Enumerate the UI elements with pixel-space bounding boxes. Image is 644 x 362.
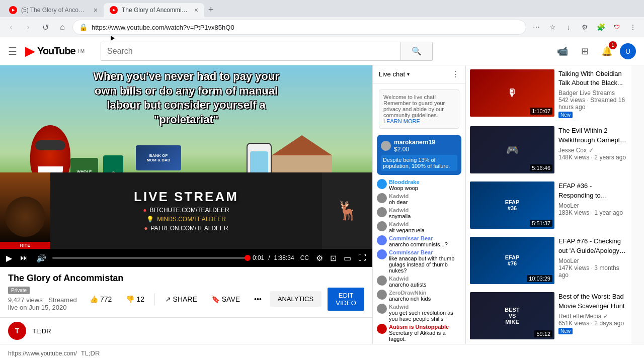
- msg-avatar-8: [377, 290, 387, 300]
- volume-button[interactable]: 🔊: [34, 251, 48, 265]
- new-tab-button[interactable]: +: [204, 3, 218, 17]
- superchat-amount: $2.00: [394, 146, 435, 153]
- apps-icon[interactable]: ⊞: [576, 42, 594, 60]
- like-count: 772: [100, 295, 112, 303]
- chat-welcome-notice: Welcome to live chat! Remember to guard …: [379, 89, 459, 129]
- learn-more-link[interactable]: LEARN MORE: [383, 118, 420, 124]
- chat-msg-content-4: Kadwid alt veganzuela: [389, 221, 425, 233]
- chat-msg-user-7: Kadwid: [389, 276, 427, 282]
- edit-video-button[interactable]: EDIT VIDEO: [328, 288, 364, 311]
- tldr-label: TL;DR: [81, 349, 100, 357]
- home-button[interactable]: ⌂: [55, 20, 69, 34]
- channel-name[interactable]: TL;DR: [32, 327, 51, 335]
- msg-avatar-5: [377, 235, 387, 245]
- superchat-message: marokanern19 $2.00 Despite being 13% of …: [377, 135, 461, 175]
- reload-button[interactable]: ↺: [38, 20, 52, 34]
- subtitles-button[interactable]: CC: [298, 252, 311, 263]
- bottom-url: https://www.youtube.com/: [8, 350, 77, 357]
- tab-active[interactable]: The Glory of Ancommistan ×: [104, 3, 204, 17]
- rec-item-5[interactable]: 59:12 BESTVSMIKE Best of the Worst: Bad …: [466, 288, 631, 343]
- search-input[interactable]: [101, 42, 400, 61]
- msg-avatar-6: [377, 249, 387, 259]
- video-camera-icon[interactable]: 📹: [553, 42, 572, 60]
- chat-msg-content-6: Commissar Bear like anacap but with thum…: [389, 249, 461, 274]
- minds-icon: 💡: [146, 216, 154, 223]
- chat-more-icon[interactable]: ⋮: [451, 69, 459, 79]
- time-duration: 1:38:34: [274, 254, 294, 261]
- rec-new-badge-5: New: [558, 328, 573, 334]
- analytics-button[interactable]: ANALYTICS: [270, 291, 321, 307]
- msg-avatar-3: [377, 207, 387, 217]
- chat-msg-text-7: anarcho autists: [389, 282, 427, 288]
- fullscreen-button[interactable]: ⛶: [356, 251, 368, 264]
- bookmark-button[interactable]: ☆: [545, 20, 559, 34]
- user-avatar[interactable]: U: [620, 43, 636, 59]
- superchat-info: marokanern19 $2.00: [394, 139, 435, 153]
- time-current: 0:01: [253, 254, 264, 261]
- video-actions: 👍 772 👎 12 ↗ SHARE 🔖: [84, 288, 364, 311]
- adblock-icon[interactable]: 🛡: [610, 20, 624, 34]
- theater-mode-button[interactable]: ▭: [342, 251, 353, 265]
- tab-close-1[interactable]: ×: [94, 6, 98, 14]
- rec-thumb-4: 10:03:29 EFAP#76: [470, 237, 554, 284]
- extensions-button[interactable]: ⋯: [529, 20, 543, 34]
- rec-item-2[interactable]: 5:16:46 🎮 The Evil Within 2 Walkthrough …: [466, 122, 631, 177]
- back-button[interactable]: ‹: [4, 20, 18, 34]
- video-panel: When you've never had to pay your own bi…: [0, 65, 372, 344]
- bank-card-text: BANK OFMOM & DAD: [146, 153, 170, 162]
- like-button[interactable]: 👍 772: [84, 291, 118, 307]
- play-button[interactable]: ▶: [4, 251, 14, 265]
- extensions-icon[interactable]: 🧩: [594, 20, 608, 34]
- chat-msg-autism1: Autism is Unstoppable Secretary of Akkad…: [377, 324, 461, 342]
- bottom-bar: https://www.youtube.com/ TL;DR: [0, 344, 644, 362]
- search-button[interactable]: 🔍: [400, 42, 433, 61]
- browser-chrome: (5) The Glory of Ancommistan × The Glory…: [0, 0, 644, 37]
- time-sep: /: [268, 254, 270, 261]
- save-button[interactable]: 🔖 SAVE: [205, 291, 246, 307]
- toolbar-icons: ⋯ ☆ ↓ ⚙ 🧩 🛡 ⋮: [529, 20, 640, 34]
- next-button[interactable]: ⏭: [18, 251, 30, 264]
- download-button[interactable]: ↓: [561, 20, 576, 34]
- superchat-text: Despite being 13% of population, 100% of…: [381, 155, 457, 171]
- rec-title-1: Talking With Obeidian Talk About the Bla…: [558, 69, 627, 87]
- youtube-logo-icon: ▶: [25, 43, 35, 59]
- channel-badge: Private: [8, 287, 30, 294]
- share-button[interactable]: ↗ SHARE: [159, 291, 203, 307]
- more-actions-button[interactable]: •••: [248, 291, 268, 307]
- progress-bar[interactable]: [52, 257, 249, 259]
- chat-msg-user-4: Kadwid: [389, 221, 425, 227]
- chat-msg-text-9: you get such revolution as you have peop…: [389, 310, 461, 322]
- minds-link: 💡 MINDS.COM/TEALDEER: [146, 216, 226, 223]
- settings-icon[interactable]: ⚙: [314, 251, 325, 265]
- hamburger-menu-icon[interactable]: ☰: [8, 45, 17, 57]
- rec-item-3[interactable]: 5:51:37 EFAP#36 EFAP #36 - Responding to…: [466, 177, 631, 233]
- dislike-button[interactable]: 👎 12: [120, 291, 150, 307]
- chat-msg-text-8: anarcho rich kids: [389, 296, 431, 302]
- streamer-face: [5, 197, 45, 237]
- more-tools-button[interactable]: ⋮: [626, 20, 640, 34]
- channel-avatar[interactable]: T: [8, 322, 26, 340]
- rec-item-4[interactable]: 10:03:29 EFAP#76 EFAP #76 - Checking out…: [466, 233, 631, 288]
- chat-msg-user-5: Commissar Bear: [389, 235, 448, 241]
- miniplayer-button[interactable]: ⊡: [328, 251, 339, 265]
- address-bar[interactable]: 🔒 https://www.youtube.com/watch?v=PtP1vx…: [72, 20, 526, 35]
- rite-label: RITE: [0, 242, 50, 249]
- rec-item-1[interactable]: 1:10:07 🎙 Talking With Obeidian Talk Abo…: [466, 65, 631, 122]
- youtube-logo[interactable]: ▶ YouTubeTM: [25, 43, 85, 59]
- tab-bar: (5) The Glory of Ancommistan × The Glory…: [0, 0, 644, 17]
- rec-duration-5: 59:12: [534, 330, 552, 337]
- video-player[interactable]: When you've never had to pay your own bi…: [0, 65, 372, 267]
- settings-button[interactable]: ⚙: [578, 20, 592, 34]
- tab-inactive[interactable]: (5) The Glory of Ancommistan ×: [3, 3, 104, 17]
- chat-msg-blooddrake: Blooddrake Woop woop: [377, 179, 461, 191]
- progress-dot: [245, 255, 251, 261]
- chat-header: Live chat ▾ ⋮: [373, 65, 465, 83]
- msg-avatar-1: [377, 179, 387, 189]
- notifications-icon[interactable]: 🔔: [598, 42, 616, 60]
- chat-msg-content-10: Autism is Unstoppable Secretary of Akkad…: [389, 324, 461, 342]
- rec-duration-2: 5:16:46: [530, 164, 552, 171]
- video-top-half: When you've never had to pay your own bi…: [0, 65, 372, 191]
- forward-button[interactable]: ›: [21, 20, 35, 34]
- chat-msg-user-2: Kadwid: [389, 193, 409, 199]
- tab-close-2[interactable]: ×: [194, 6, 198, 14]
